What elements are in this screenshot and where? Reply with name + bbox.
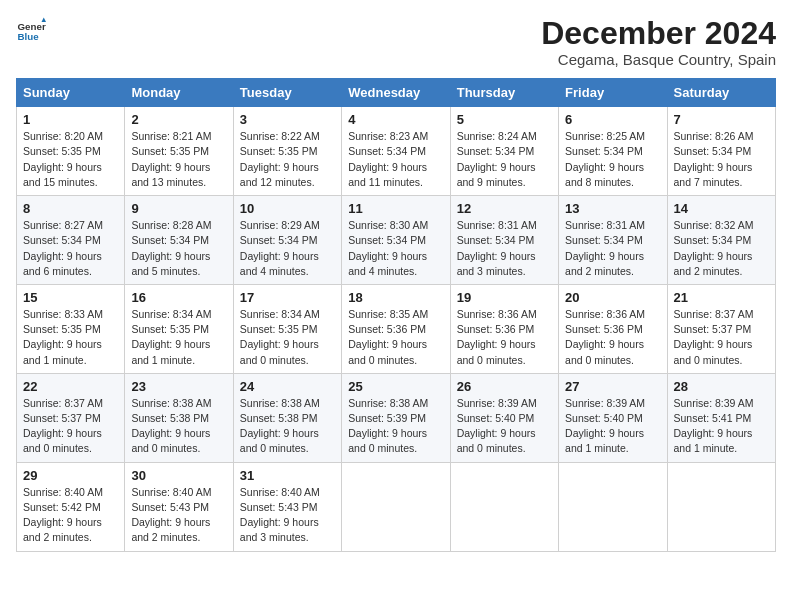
day-info: Sunrise: 8:36 AMSunset: 5:36 PMDaylight:… <box>457 308 537 366</box>
table-row: 8 Sunrise: 8:27 AMSunset: 5:34 PMDayligh… <box>17 196 125 285</box>
day-number: 29 <box>23 468 118 483</box>
day-number: 11 <box>348 201 443 216</box>
day-number: 18 <box>348 290 443 305</box>
day-info: Sunrise: 8:26 AMSunset: 5:34 PMDaylight:… <box>674 130 754 188</box>
day-number: 15 <box>23 290 118 305</box>
day-info: Sunrise: 8:35 AMSunset: 5:36 PMDaylight:… <box>348 308 428 366</box>
day-number: 4 <box>348 112 443 127</box>
header: General Blue December 2024 Cegama, Basqu… <box>16 16 776 68</box>
day-number: 12 <box>457 201 552 216</box>
table-row: 31 Sunrise: 8:40 AMSunset: 5:43 PMDaylig… <box>233 462 341 551</box>
day-number: 24 <box>240 379 335 394</box>
day-number: 27 <box>565 379 660 394</box>
col-saturday: Saturday <box>667 79 775 107</box>
day-info: Sunrise: 8:27 AMSunset: 5:34 PMDaylight:… <box>23 219 103 277</box>
table-row: 15 Sunrise: 8:33 AMSunset: 5:35 PMDaylig… <box>17 284 125 373</box>
day-number: 26 <box>457 379 552 394</box>
day-number: 28 <box>674 379 769 394</box>
day-info: Sunrise: 8:38 AMSunset: 5:39 PMDaylight:… <box>348 397 428 455</box>
calendar-container: General Blue December 2024 Cegama, Basqu… <box>0 0 792 560</box>
day-info: Sunrise: 8:20 AMSunset: 5:35 PMDaylight:… <box>23 130 103 188</box>
day-number: 3 <box>240 112 335 127</box>
col-tuesday: Tuesday <box>233 79 341 107</box>
day-info: Sunrise: 8:39 AMSunset: 5:40 PMDaylight:… <box>565 397 645 455</box>
table-row: 14 Sunrise: 8:32 AMSunset: 5:34 PMDaylig… <box>667 196 775 285</box>
day-number: 2 <box>131 112 226 127</box>
day-info: Sunrise: 8:37 AMSunset: 5:37 PMDaylight:… <box>674 308 754 366</box>
day-info: Sunrise: 8:36 AMSunset: 5:36 PMDaylight:… <box>565 308 645 366</box>
table-row: 25 Sunrise: 8:38 AMSunset: 5:39 PMDaylig… <box>342 373 450 462</box>
day-number: 21 <box>674 290 769 305</box>
table-row: 24 Sunrise: 8:38 AMSunset: 5:38 PMDaylig… <box>233 373 341 462</box>
table-row <box>667 462 775 551</box>
svg-text:General: General <box>18 21 47 32</box>
day-info: Sunrise: 8:40 AMSunset: 5:43 PMDaylight:… <box>240 486 320 544</box>
table-row: 12 Sunrise: 8:31 AMSunset: 5:34 PMDaylig… <box>450 196 558 285</box>
day-number: 16 <box>131 290 226 305</box>
day-number: 30 <box>131 468 226 483</box>
svg-marker-2 <box>42 18 47 23</box>
day-number: 8 <box>23 201 118 216</box>
table-row: 10 Sunrise: 8:29 AMSunset: 5:34 PMDaylig… <box>233 196 341 285</box>
day-info: Sunrise: 8:28 AMSunset: 5:34 PMDaylight:… <box>131 219 211 277</box>
day-number: 10 <box>240 201 335 216</box>
day-number: 23 <box>131 379 226 394</box>
logo-icon: General Blue <box>16 16 46 46</box>
day-info: Sunrise: 8:37 AMSunset: 5:37 PMDaylight:… <box>23 397 103 455</box>
table-row: 13 Sunrise: 8:31 AMSunset: 5:34 PMDaylig… <box>559 196 667 285</box>
day-number: 1 <box>23 112 118 127</box>
table-row: 4 Sunrise: 8:23 AMSunset: 5:34 PMDayligh… <box>342 107 450 196</box>
day-number: 14 <box>674 201 769 216</box>
calendar-week-row: 1 Sunrise: 8:20 AMSunset: 5:35 PMDayligh… <box>17 107 776 196</box>
location: Cegama, Basque Country, Spain <box>541 51 776 68</box>
table-row: 18 Sunrise: 8:35 AMSunset: 5:36 PMDaylig… <box>342 284 450 373</box>
day-info: Sunrise: 8:39 AMSunset: 5:40 PMDaylight:… <box>457 397 537 455</box>
col-sunday: Sunday <box>17 79 125 107</box>
table-row: 28 Sunrise: 8:39 AMSunset: 5:41 PMDaylig… <box>667 373 775 462</box>
day-number: 6 <box>565 112 660 127</box>
table-row: 16 Sunrise: 8:34 AMSunset: 5:35 PMDaylig… <box>125 284 233 373</box>
table-row: 22 Sunrise: 8:37 AMSunset: 5:37 PMDaylig… <box>17 373 125 462</box>
table-row <box>450 462 558 551</box>
table-row: 30 Sunrise: 8:40 AMSunset: 5:43 PMDaylig… <box>125 462 233 551</box>
day-info: Sunrise: 8:40 AMSunset: 5:42 PMDaylight:… <box>23 486 103 544</box>
day-number: 7 <box>674 112 769 127</box>
day-info: Sunrise: 8:33 AMSunset: 5:35 PMDaylight:… <box>23 308 103 366</box>
table-row: 21 Sunrise: 8:37 AMSunset: 5:37 PMDaylig… <box>667 284 775 373</box>
table-row: 29 Sunrise: 8:40 AMSunset: 5:42 PMDaylig… <box>17 462 125 551</box>
table-row: 1 Sunrise: 8:20 AMSunset: 5:35 PMDayligh… <box>17 107 125 196</box>
day-info: Sunrise: 8:22 AMSunset: 5:35 PMDaylight:… <box>240 130 320 188</box>
month-title: December 2024 <box>541 16 776 51</box>
title-block: December 2024 Cegama, Basque Country, Sp… <box>541 16 776 68</box>
day-info: Sunrise: 8:29 AMSunset: 5:34 PMDaylight:… <box>240 219 320 277</box>
col-wednesday: Wednesday <box>342 79 450 107</box>
table-row: 7 Sunrise: 8:26 AMSunset: 5:34 PMDayligh… <box>667 107 775 196</box>
day-info: Sunrise: 8:23 AMSunset: 5:34 PMDaylight:… <box>348 130 428 188</box>
day-info: Sunrise: 8:30 AMSunset: 5:34 PMDaylight:… <box>348 219 428 277</box>
table-row <box>342 462 450 551</box>
day-number: 17 <box>240 290 335 305</box>
day-number: 22 <box>23 379 118 394</box>
calendar-week-row: 15 Sunrise: 8:33 AMSunset: 5:35 PMDaylig… <box>17 284 776 373</box>
day-info: Sunrise: 8:34 AMSunset: 5:35 PMDaylight:… <box>240 308 320 366</box>
day-number: 19 <box>457 290 552 305</box>
table-row: 17 Sunrise: 8:34 AMSunset: 5:35 PMDaylig… <box>233 284 341 373</box>
calendar-week-row: 22 Sunrise: 8:37 AMSunset: 5:37 PMDaylig… <box>17 373 776 462</box>
day-info: Sunrise: 8:32 AMSunset: 5:34 PMDaylight:… <box>674 219 754 277</box>
day-number: 25 <box>348 379 443 394</box>
table-row: 27 Sunrise: 8:39 AMSunset: 5:40 PMDaylig… <box>559 373 667 462</box>
table-row: 2 Sunrise: 8:21 AMSunset: 5:35 PMDayligh… <box>125 107 233 196</box>
day-info: Sunrise: 8:39 AMSunset: 5:41 PMDaylight:… <box>674 397 754 455</box>
calendar-header-row: Sunday Monday Tuesday Wednesday Thursday… <box>17 79 776 107</box>
col-friday: Friday <box>559 79 667 107</box>
table-row <box>559 462 667 551</box>
day-info: Sunrise: 8:25 AMSunset: 5:34 PMDaylight:… <box>565 130 645 188</box>
svg-text:Blue: Blue <box>18 31 40 42</box>
logo: General Blue <box>16 16 46 46</box>
table-row: 23 Sunrise: 8:38 AMSunset: 5:38 PMDaylig… <box>125 373 233 462</box>
day-info: Sunrise: 8:34 AMSunset: 5:35 PMDaylight:… <box>131 308 211 366</box>
table-row: 11 Sunrise: 8:30 AMSunset: 5:34 PMDaylig… <box>342 196 450 285</box>
table-row: 20 Sunrise: 8:36 AMSunset: 5:36 PMDaylig… <box>559 284 667 373</box>
table-row: 19 Sunrise: 8:36 AMSunset: 5:36 PMDaylig… <box>450 284 558 373</box>
day-number: 20 <box>565 290 660 305</box>
